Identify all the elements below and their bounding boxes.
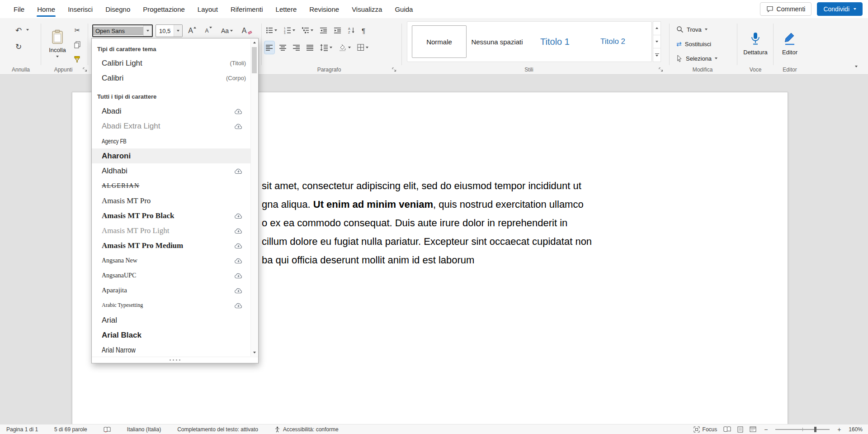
zoom-out-button[interactable]: − <box>763 426 769 433</box>
font-list-scrollbar[interactable] <box>250 39 258 356</box>
size-combo-arrow[interactable] <box>174 25 182 37</box>
share-button[interactable]: Condividi <box>817 2 863 16</box>
font-item-calibri[interactable]: Calibri(Corpo) <box>92 71 250 86</box>
undo-dropdown-icon[interactable] <box>26 29 29 31</box>
show-formatting-button[interactable]: ¶ <box>360 24 367 37</box>
font-item-algerian[interactable]: ALGERIAN <box>92 178 250 193</box>
comments-button[interactable]: Commenti <box>760 2 812 16</box>
font-item-amasis-mt-pro[interactable]: Amasis MT Pro <box>92 193 250 208</box>
style-card-titolo-2[interactable]: Titolo 2 <box>585 25 640 58</box>
format-painter-button[interactable] <box>71 53 83 65</box>
print-layout-button[interactable] <box>737 426 743 433</box>
borders-button[interactable] <box>356 41 370 54</box>
line-spacing-button[interactable] <box>319 41 334 54</box>
font-item-amasis-mt-pro-medium[interactable]: Amasis MT Pro Medium <box>92 238 250 253</box>
editor-button[interactable]: Editor <box>776 23 804 64</box>
font-item-angsana-new[interactable]: Angsana New <box>92 253 250 268</box>
multilevel-list-button[interactable] <box>301 24 315 37</box>
font-combo-arrow[interactable] <box>143 25 152 36</box>
font-item-amasis-mt-pro-light[interactable]: Amasis MT Pro Light <box>92 223 250 238</box>
accessibility-status[interactable]: Accessibilità: conforme <box>274 426 339 433</box>
dictate-button[interactable]: Dettatura <box>741 23 770 64</box>
menu-tab-progettazione[interactable]: Progettazione <box>137 0 191 18</box>
numbering-button[interactable]: 1.2.3. <box>283 24 297 37</box>
menu-tab-revisione[interactable]: Revisione <box>303 0 345 18</box>
justify-button[interactable] <box>305 41 315 54</box>
decrease-indent-button[interactable] <box>319 24 329 37</box>
scrollbar-up-button[interactable] <box>251 39 258 46</box>
font-item-abadi[interactable]: Abadi <box>92 104 250 119</box>
zoom-level[interactable]: 160% <box>849 426 863 433</box>
menu-tab-home[interactable]: Home <box>31 0 61 18</box>
font-item-aharoni[interactable]: Aharoni <box>92 148 250 163</box>
style-card-normale[interactable]: Normale <box>412 25 467 58</box>
replace-button[interactable]: ⇄ Sostituisci <box>675 38 719 50</box>
grow-font-button[interactable]: A <box>185 24 199 37</box>
word-count[interactable]: 5 di 69 parole <box>54 426 87 433</box>
page-indicator[interactable]: Pagina 1 di 1 <box>6 426 38 433</box>
shrink-font-button[interactable]: A <box>202 24 215 37</box>
menu-tab-disegno[interactable]: Disegno <box>99 0 137 18</box>
change-case-button[interactable]: Aa <box>218 24 236 37</box>
font-item-amasis-mt-pro-black[interactable]: Amasis MT Pro Black <box>92 208 250 223</box>
zoom-in-button[interactable]: + <box>836 426 842 433</box>
shading-button[interactable] <box>337 41 352 54</box>
font-item-calibri-light[interactable]: Calibri Light(Titoli) <box>92 56 250 71</box>
font-item-arial[interactable]: Arial <box>92 313 250 328</box>
menu-tab-lettere[interactable]: Lettere <box>269 0 303 18</box>
menu-tab-riferimenti[interactable]: Riferimenti <box>224 0 269 18</box>
focus-mode-button[interactable]: Focus <box>693 426 717 433</box>
font-name-combo[interactable]: Open Sans <box>92 24 153 37</box>
styles-scroll-down-button[interactable] <box>653 35 661 49</box>
read-mode-button[interactable] <box>723 426 731 432</box>
style-card-titolo-1[interactable]: Titolo 1 <box>528 25 582 58</box>
menu-tab-visualizza[interactable]: Visualizza <box>345 0 388 18</box>
find-button[interactable]: Trova <box>675 24 719 35</box>
undo-button[interactable]: ↶ <box>12 24 25 36</box>
align-center-button[interactable] <box>278 41 288 54</box>
menu-tab-file[interactable]: File <box>7 0 31 18</box>
paragraph-dialog-launcher[interactable] <box>392 67 397 72</box>
clipboard-dialog-launcher[interactable] <box>82 67 88 72</box>
copy-button[interactable] <box>71 39 83 51</box>
font-size-combo[interactable]: 10,5 <box>156 24 183 37</box>
web-layout-button[interactable] <box>750 426 756 432</box>
font-size-value: 10,5 <box>156 27 174 35</box>
dropdown-resize-handle[interactable] <box>92 357 258 363</box>
styles-scroll-up-button[interactable] <box>653 21 661 35</box>
font-item-angsanaupc[interactable]: AngsanaUPC <box>92 268 250 283</box>
redo-button[interactable]: ↻ <box>12 41 25 52</box>
clear-formatting-button[interactable]: A <box>239 24 254 37</box>
menu-tab-inserisci[interactable]: Inserisci <box>61 0 99 18</box>
chevron-down-icon <box>311 29 313 31</box>
font-item-arial-black[interactable]: Arial Black <box>92 328 250 343</box>
styles-dialog-launcher[interactable] <box>658 67 664 72</box>
increase-indent-button[interactable] <box>333 24 343 37</box>
collapse-ribbon-button[interactable] <box>851 62 862 72</box>
cut-button[interactable]: ✂ <box>71 24 83 36</box>
align-right-button[interactable] <box>292 41 302 54</box>
styles-gallery-expand-button[interactable] <box>653 48 661 62</box>
font-item-agency-fb[interactable]: Agency FB <box>92 134 250 148</box>
paste-button[interactable]: Incolla <box>44 23 71 64</box>
font-item-aparajita[interactable]: Aparajita <box>92 283 250 298</box>
sort-button[interactable]: AZ <box>347 24 356 37</box>
scrollbar-thumb[interactable] <box>252 47 257 73</box>
language-indicator[interactable]: Italiano (Italia) <box>127 426 161 433</box>
menu-tab-guida[interactable]: Guida <box>388 0 419 18</box>
align-left-button[interactable] <box>264 41 274 54</box>
proofing-status[interactable] <box>104 427 111 432</box>
menu-tab-layout[interactable]: Layout <box>191 0 224 18</box>
style-card-nessuna-spaziati[interactable]: Nessuna spaziati <box>470 25 524 58</box>
font-item-abadi-extra-light[interactable]: Abadi Extra Light <box>92 119 250 134</box>
zoom-slider-thumb[interactable] <box>814 427 816 432</box>
scrollbar-down-button[interactable] <box>251 349 258 356</box>
font-item-aldhabi[interactable]: Aldhabi <box>92 163 250 178</box>
font-item-label: Amasis MT Pro Light <box>102 226 169 235</box>
select-button[interactable]: Seleziona <box>675 52 719 64</box>
font-item-arabic-typesetting[interactable]: Arabic Typesetting <box>92 298 250 313</box>
zoom-slider[interactable] <box>775 429 830 430</box>
text-completion-indicator[interactable]: Completamento del testo: attivato <box>177 426 258 433</box>
bullets-button[interactable] <box>264 24 278 37</box>
font-item-arial-narrow[interactable]: Arial Narrow <box>92 343 250 356</box>
